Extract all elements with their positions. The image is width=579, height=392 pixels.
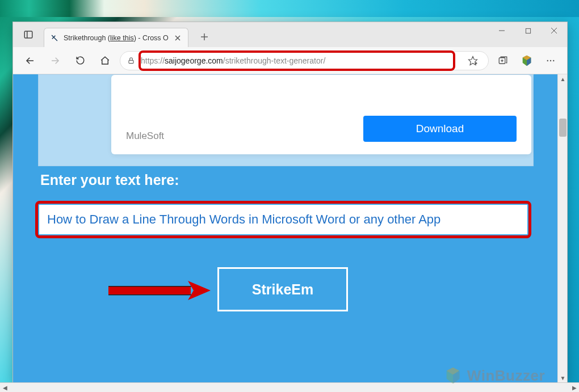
- annotation-arrow: [108, 277, 222, 306]
- scroll-right-arrow-icon[interactable]: ▶: [569, 383, 579, 393]
- back-button[interactable]: [20, 50, 40, 71]
- page-viewport: MuleSoft Download Enter your text here: …: [13, 74, 567, 383]
- strikeem-button[interactable]: StrikeEm: [217, 267, 348, 311]
- toolbar: https://saijogeorge.com/strikethrough-te…: [13, 47, 567, 74]
- home-button[interactable]: [95, 50, 115, 71]
- tab-strip: Strikethrough (like this) - Cross O: [13, 22, 213, 47]
- svg-point-23: [550, 60, 551, 61]
- vertical-scrollbar[interactable]: ▲ ▼: [557, 74, 567, 383]
- forward-button[interactable]: [45, 50, 65, 71]
- new-tab-button[interactable]: [195, 28, 213, 46]
- favorite-icon[interactable]: [463, 51, 482, 70]
- tab-title: Strikethrough (like this) - Cross O: [64, 34, 169, 42]
- ad-brand-label: MuleSoft: [126, 130, 164, 142]
- svg-rect-27: [108, 286, 191, 287]
- page-content: MuleSoft Download Enter your text here: …: [13, 74, 557, 383]
- watermark-text: WinBuzzer: [467, 367, 545, 385]
- prompt-label: Enter your text here:: [40, 172, 179, 188]
- url-text: https://saijogeorge.com/strikethrough-te…: [141, 52, 459, 70]
- close-icon[interactable]: [173, 33, 182, 43]
- tab-actions-icon[interactable]: [18, 25, 39, 44]
- maximize-button[interactable]: [515, 22, 541, 39]
- watermark-cube-icon: [443, 366, 463, 385]
- window-controls: [489, 22, 567, 39]
- browser-tab[interactable]: Strikethrough (like this) - Cross O: [44, 28, 188, 47]
- text-input[interactable]: [39, 205, 527, 234]
- browser-window: Strikethrough (like this) - Cross O: [12, 22, 568, 383]
- svg-rect-12: [129, 60, 133, 63]
- tab-favicon-icon: [50, 33, 59, 43]
- close-window-button[interactable]: [541, 22, 567, 39]
- scroll-left-arrow-icon[interactable]: ◀: [0, 383, 10, 393]
- collections-button[interactable]: [493, 51, 513, 70]
- svg-point-24: [553, 60, 554, 61]
- watermark: WinBuzzer: [443, 366, 545, 385]
- title-bar: Strikethrough (like this) - Cross O: [13, 22, 567, 47]
- desktop-wallpaper: [0, 0, 579, 17]
- text-input-wrap: [39, 205, 527, 234]
- settings-more-button[interactable]: [541, 51, 560, 70]
- extension-cube-icon[interactable]: [517, 51, 536, 70]
- svg-rect-0: [24, 31, 32, 38]
- minimize-button[interactable]: [489, 22, 515, 39]
- scrollbar-thumb[interactable]: [559, 119, 567, 137]
- scroll-down-arrow-icon[interactable]: ▼: [558, 373, 567, 383]
- lock-icon: [126, 57, 136, 65]
- address-bar[interactable]: https://saijogeorge.com/strikethrough-te…: [120, 51, 489, 70]
- scroll-up-arrow-icon[interactable]: ▲: [558, 74, 567, 84]
- svg-rect-28: [108, 294, 191, 296]
- svg-point-22: [547, 60, 548, 61]
- refresh-button[interactable]: [70, 50, 90, 71]
- download-button[interactable]: Download: [363, 116, 517, 142]
- svg-rect-26: [108, 286, 191, 294]
- ad-card: MuleSoft Download: [111, 75, 531, 154]
- ad-panel: MuleSoft Download: [38, 74, 534, 166]
- svg-rect-7: [526, 28, 530, 33]
